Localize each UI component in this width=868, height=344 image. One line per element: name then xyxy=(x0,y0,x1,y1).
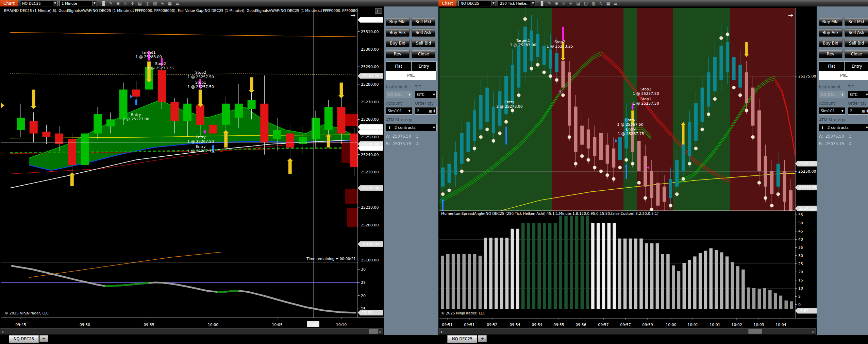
signal-dot xyxy=(631,162,634,166)
histogram-bar xyxy=(650,243,654,309)
sell-mkt-button[interactable]: Sell Mkt xyxy=(845,18,868,26)
data-series-icon[interactable]: ▥ xyxy=(153,1,157,5)
instrument-select[interactable]: NQ DEC25 ▼ xyxy=(458,1,496,6)
tif-combo[interactable]: GTC▼ xyxy=(415,91,437,98)
order-label: 1 @ 25273.25 xyxy=(147,66,173,70)
atm-strategy-combo[interactable]: i2 contracts▼ xyxy=(819,124,868,131)
price-tag-label: 25220.98 xyxy=(362,186,380,190)
subpanel-base-mask xyxy=(439,310,795,318)
instrument-combo[interactable]: NQ DE...▼ xyxy=(386,91,412,98)
buy-ask-button[interactable]: Buy Ask xyxy=(386,29,410,37)
histogram-bar xyxy=(618,239,621,309)
buy-ask-button[interactable]: Buy Ask xyxy=(819,29,842,37)
candle xyxy=(587,130,590,149)
rev-button[interactable]: Rev xyxy=(819,50,842,58)
sell-mkt-button[interactable]: Sell Mkt xyxy=(412,18,435,26)
sub-tick-label: 20 xyxy=(361,294,366,298)
sell-ask-button[interactable]: Sell Ask xyxy=(845,29,868,37)
atm-strategy-combo[interactable]: i2 contracts▼ xyxy=(386,124,437,131)
sell-bid-button[interactable]: Sell Bid xyxy=(412,39,435,47)
cursor-time-label: 10:08 xyxy=(308,323,319,327)
sheet-tab[interactable]: NQ DEC25 xyxy=(447,335,477,343)
draw-icon[interactable]: ✎ xyxy=(109,1,113,5)
candle xyxy=(119,89,128,119)
instrument-combo[interactable]: NQ DE...▼ xyxy=(819,91,845,98)
order-label: Entry xyxy=(625,118,635,122)
grid-icon[interactable]: ▦ xyxy=(168,1,172,5)
price-tick-label: 25240.00 xyxy=(361,153,379,157)
histogram-bar xyxy=(484,238,487,309)
price-tick-label: 25200.00 xyxy=(361,223,379,227)
h-scrollbar: ◂▸ xyxy=(439,328,816,334)
candle xyxy=(777,164,780,187)
zoom-in-icon[interactable]: ⊕ xyxy=(555,1,558,5)
signal-dot xyxy=(644,196,647,200)
zoom-in-icon[interactable]: ⊕ xyxy=(116,1,120,5)
candle xyxy=(669,179,672,198)
draw-icon[interactable]: ✎ xyxy=(548,1,551,5)
add-tab-button[interactable]: + xyxy=(39,335,48,342)
candle xyxy=(561,61,565,87)
buy-bid-button[interactable]: Buy Bid xyxy=(386,39,410,47)
candle xyxy=(273,130,281,139)
account-combo[interactable]: Sim101▼ xyxy=(386,107,412,115)
report-icon[interactable]: ▤ xyxy=(138,1,141,5)
tif-combo[interactable]: GTC▼ xyxy=(848,91,868,98)
rev-button[interactable]: Rev xyxy=(386,50,410,58)
data-series-icon[interactable]: ▥ xyxy=(591,1,595,5)
flat-entry-toggle[interactable]: FlatEntry xyxy=(386,62,437,71)
regression-icon[interactable]: ∿ xyxy=(161,1,164,5)
close-button[interactable]: Close xyxy=(845,50,868,58)
signal-dot xyxy=(485,128,489,131)
properties-icon[interactable]: ☰ xyxy=(614,1,618,5)
signal-dot xyxy=(637,181,641,185)
interval-select[interactable]: 250 Tick Heike... ▼ xyxy=(498,1,535,6)
quantity-stepper[interactable]: 2▦▲▼ xyxy=(848,107,868,115)
sell-bid-button[interactable]: Sell Bid xyxy=(845,39,868,47)
order-label: Stop2 xyxy=(640,87,651,91)
crosshair-icon[interactable]: ✛ xyxy=(569,1,572,5)
time-tick-label: 10:01 xyxy=(687,323,698,327)
signal-dot xyxy=(498,132,501,135)
grid-icon[interactable]: ▦ xyxy=(606,1,610,5)
candle xyxy=(688,122,691,156)
panel-icon[interactable]: ◫ xyxy=(146,1,149,5)
time-tick-label: 09:55 xyxy=(144,323,154,327)
price-chart[interactable]: Target11 @ 25283.00Stop21 @ 25273.25Stop… xyxy=(0,6,384,335)
interval-select[interactable]: 1 Minute ▼ xyxy=(60,1,97,6)
order-label: 1 @ 25283.00 xyxy=(510,43,536,47)
signal-dot xyxy=(473,147,476,150)
signal-dot xyxy=(612,177,615,180)
bars-icon[interactable]: ▊ xyxy=(102,1,105,5)
report-icon[interactable]: ▤ xyxy=(576,1,580,5)
window-type-tab[interactable]: Chart xyxy=(438,0,456,6)
zoom-out-icon[interactable]: ⊖ xyxy=(123,1,127,5)
bars-icon[interactable]: ▊ xyxy=(541,1,544,5)
instrument-select[interactable]: NQ DEC25 ▼ xyxy=(20,1,57,6)
account-combo[interactable]: Sim101▼ xyxy=(819,107,845,115)
time-tick-label: 09:45 xyxy=(15,323,26,327)
price-chart[interactable]: Target11 @ 25283.00Stop21 @ 25273.25Entr… xyxy=(438,6,817,335)
close-button[interactable]: Close xyxy=(412,50,435,58)
buy-mkt-button[interactable]: Buy Mkt xyxy=(819,18,842,26)
candle xyxy=(81,134,89,165)
buy-bid-button[interactable]: Buy Bid xyxy=(819,39,842,47)
price-tick-label: 25275.00 xyxy=(798,74,816,79)
zoom-out-icon[interactable]: ⊖ xyxy=(562,1,565,5)
regression-icon[interactable]: ∿ xyxy=(599,1,603,5)
add-tab-button[interactable]: + xyxy=(478,335,487,342)
order-qty-label: Order qty xyxy=(415,101,434,106)
sell-ask-button[interactable]: Sell Ask xyxy=(412,29,435,37)
f-button-label: F xyxy=(377,9,379,14)
panel-icon[interactable]: ◫ xyxy=(584,1,588,5)
crosshair-icon[interactable]: ✛ xyxy=(131,1,134,5)
buy-mkt-button[interactable]: Buy Mkt xyxy=(386,18,410,26)
candle xyxy=(707,72,710,107)
properties-icon[interactable]: ☰ xyxy=(176,1,179,5)
time-tick-label: 09:55 xyxy=(553,323,564,327)
candle xyxy=(466,122,470,152)
window-type-tab[interactable]: Chart xyxy=(0,0,18,6)
sheet-tab[interactable]: NQ DEC25 xyxy=(9,335,39,343)
flat-entry-toggle[interactable]: FlatEntry xyxy=(819,62,868,71)
quantity-stepper[interactable]: 2▦▲▼ xyxy=(415,107,437,115)
